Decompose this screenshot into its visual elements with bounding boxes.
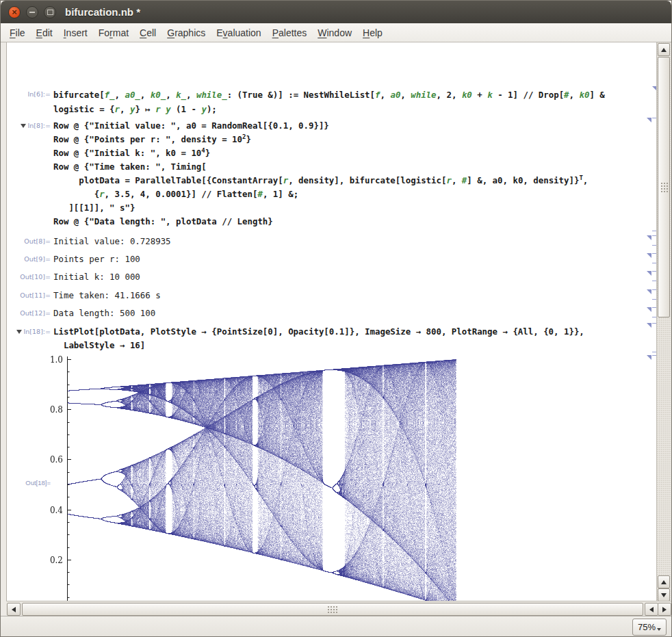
output-cell[interactable]: Out[11]=Time taken: 41.1666 s (53, 289, 161, 302)
out18-label: Out[18]= (12, 479, 51, 486)
input-cell[interactable]: In[6]:=bifurcate[f_, a0_, k0_, k_, while… (53, 88, 605, 116)
cell-label: Out[10]= (12, 273, 51, 281)
scroll-left-button[interactable] (7, 603, 21, 616)
menu-item-evaluation[interactable]: Evaluation (216, 27, 261, 38)
vertical-scrollbar-thumb[interactable] (658, 57, 670, 317)
close-button[interactable]: × (8, 6, 21, 18)
cell-group-open-icon[interactable] (21, 124, 26, 128)
maximize-icon (47, 10, 53, 15)
minimize-button[interactable] (26, 6, 38, 18)
menu-item-graphics[interactable]: Graphics (167, 27, 205, 38)
vertical-scrollbar[interactable] (656, 42, 671, 603)
scroll-left-icon (649, 607, 654, 612)
scroll-up-button[interactable] (658, 43, 670, 56)
horizontal-scrollbar[interactable] (6, 601, 672, 617)
menu-item-palettes[interactable]: Palettes (272, 27, 307, 38)
zoom-level-button[interactable]: 75% (632, 619, 667, 636)
menu-item-format[interactable]: Format (99, 27, 129, 38)
menu-item-insert[interactable]: Insert (64, 27, 88, 38)
cell-label: Out[9]= (12, 255, 51, 263)
evaluatable-flag-icon (647, 307, 651, 312)
scrollbar-grip (661, 183, 668, 192)
horizontal-scrollbar-thumb[interactable] (22, 603, 643, 616)
evaluatable-flag-icon (647, 289, 651, 294)
scroll-up-button-2[interactable] (658, 575, 670, 588)
scrollbar-grip (328, 606, 337, 613)
menu-item-help[interactable]: Help (363, 27, 383, 38)
evaluatable-flag-icon (647, 253, 651, 258)
output-cell[interactable]: Out[8]=Initial value: 0.728935 (53, 235, 171, 248)
window-title: bifurcation.nb * (65, 6, 140, 18)
zoom-level-value: 75% (638, 622, 656, 632)
cell-label: Out[11]= (12, 291, 51, 299)
notebook-area[interactable]: In[6]:=bifurcate[f_, a0_, k0_, k_, while… (6, 42, 657, 601)
cell-label: In[6]:= (12, 90, 51, 98)
mathematica-window: × bifurcation.nb * FileEditInsertFormatC… (0, 0, 672, 637)
cell-label: In[18]:= (12, 328, 51, 335)
evaluatable-flag-icon (647, 118, 651, 122)
input-cell[interactable]: In[18]:=ListPlot[plotData, PlotStyle → {… (53, 325, 584, 352)
status-bar: 75% (1, 616, 671, 636)
bifurcation-plot-canvas (47, 355, 465, 601)
scroll-left-button-2[interactable] (645, 603, 658, 616)
output-cell[interactable]: Out[12]=Data length: 500 100 (53, 307, 155, 320)
cell-label: Out[12]= (12, 309, 51, 317)
output-cell[interactable]: Out[10]=Initial k: 10 000 (53, 270, 140, 284)
output-cell[interactable]: Out[9]=Points per r: 100 (53, 252, 140, 266)
scroll-left-icon (12, 607, 16, 612)
menu-item-edit[interactable]: Edit (36, 27, 53, 38)
cell-group-open-icon[interactable] (16, 330, 22, 334)
plot-output (47, 355, 465, 601)
maximize-button[interactable] (44, 6, 56, 18)
close-icon: × (12, 8, 17, 16)
menu-item-file[interactable]: File (10, 27, 25, 38)
menu-item-window[interactable]: Window (318, 27, 352, 38)
minimize-icon (29, 12, 35, 13)
dropdown-caret-icon (657, 628, 661, 631)
scroll-right-button[interactable] (658, 603, 671, 616)
menu-bar: FileEditInsertFormatCellGraphicsEvaluati… (1, 23, 671, 42)
evaluatable-flag-icon (647, 323, 651, 328)
scroll-up-icon (661, 580, 667, 584)
evaluatable-flag-icon (647, 235, 651, 240)
evaluatable-flag-icon (647, 271, 651, 276)
title-bar[interactable]: × bifurcation.nb * (1, 1, 671, 23)
menu-item-cell[interactable]: Cell (140, 27, 156, 38)
scroll-right-icon (662, 607, 667, 612)
evaluatable-flag-icon (647, 355, 651, 360)
scroll-down-icon (661, 593, 667, 597)
cell-label: Out[8]= (12, 237, 51, 245)
scroll-down-button[interactable] (658, 588, 670, 601)
cell-label: In[8]:= (12, 122, 51, 129)
input-cell[interactable]: In[8]:=Row @ {"Initial value: ", a0 = Ra… (53, 119, 588, 229)
scroll-up-icon (661, 48, 667, 52)
